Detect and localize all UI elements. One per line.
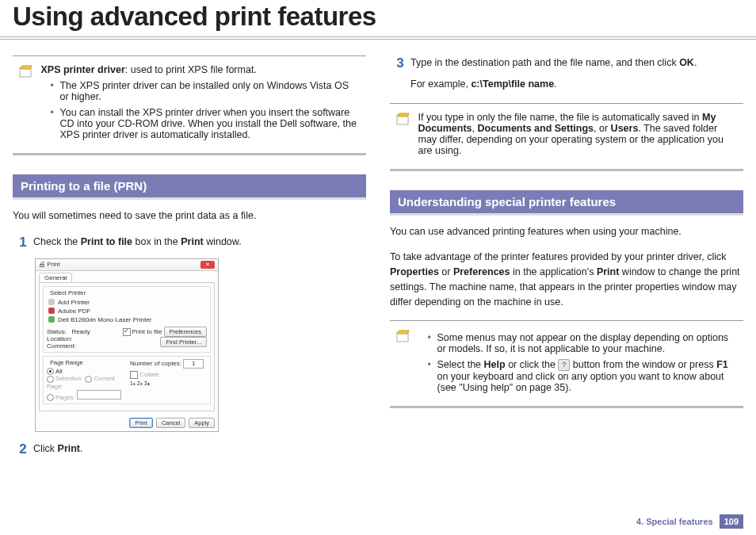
print-dialog-screenshot: 🖨 Print ✕ General Select Printer Add Pri… bbox=[35, 258, 219, 432]
section-header-prn: Printing to a file (PRN) bbox=[13, 174, 366, 197]
note-xps: XPS printer driver: used to print XPS fi… bbox=[13, 55, 366, 155]
footer-chapter: 4. Special features bbox=[636, 517, 713, 526]
help-icon: ? bbox=[558, 359, 570, 371]
note-menus: Some menus may not appear on the display… bbox=[390, 320, 743, 408]
step-3-text: Type in the destination path and the fil… bbox=[410, 55, 743, 92]
step-3: 3 Type in the destination path and the f… bbox=[390, 55, 743, 92]
step-number: 1 bbox=[13, 235, 33, 250]
page-title: Using advanced print features bbox=[0, 0, 756, 40]
pencil-note-icon bbox=[396, 112, 410, 126]
note-menus-bullet: Some menus may not appear on the display… bbox=[427, 332, 735, 354]
note-filename: If you type in only the file name, the f… bbox=[390, 103, 743, 171]
note-xps-lead: XPS printer driver: used to print XPS fi… bbox=[40, 64, 357, 75]
note-xps-bullet: You can install the XPS printer driver w… bbox=[50, 107, 357, 140]
step-number: 2 bbox=[13, 441, 33, 457]
pencil-note-icon bbox=[19, 64, 33, 78]
left-column: XPS printer driver: used to print XPS fi… bbox=[13, 55, 366, 465]
note-filename-text: If you type in only the file name, the f… bbox=[418, 112, 735, 156]
close-icon: ✕ bbox=[200, 261, 215, 269]
step-number: 3 bbox=[390, 55, 410, 71]
page-footer: 4. Special features 109 bbox=[636, 514, 743, 529]
step-2-text: Click Print. bbox=[33, 441, 366, 457]
prn-intro: You will sometimes need to save the prin… bbox=[13, 208, 366, 224]
pencil-note-icon bbox=[396, 329, 410, 343]
right-column: 3 Type in the destination path and the f… bbox=[390, 55, 743, 465]
step-2: 2 Click Print. bbox=[13, 441, 366, 457]
special-para-1: You can use advanced printing features w… bbox=[390, 224, 743, 239]
note-xps-bullet: The XPS printer driver can be installed … bbox=[50, 80, 357, 102]
section-header-special: Understanding special printer features bbox=[390, 190, 743, 213]
special-para-2: To take advantage of the printer feature… bbox=[390, 250, 743, 309]
footer-page-number: 109 bbox=[720, 514, 743, 529]
step-1: 1 Check the Print to file box in the Pri… bbox=[13, 235, 366, 250]
step-1-text: Check the Print to file box in the Print… bbox=[33, 235, 366, 250]
note-help-bullet: Select the Help or click the ? button fr… bbox=[427, 359, 735, 393]
